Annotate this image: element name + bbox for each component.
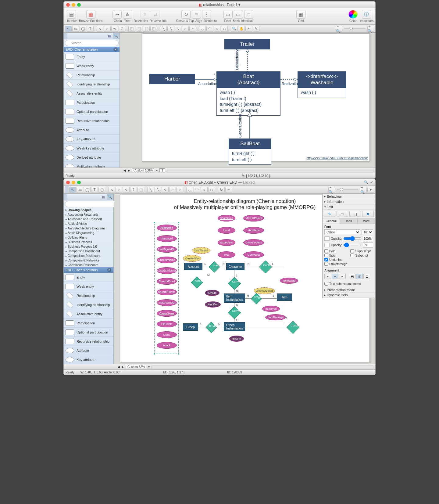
zoom-dropdown-icon[interactable]: ▾ bbox=[148, 365, 150, 369]
library-item[interactable]: Attribute bbox=[64, 346, 113, 355]
bold-checkbox[interactable] bbox=[324, 249, 328, 253]
connector-5[interactable]: ⬚ bbox=[137, 187, 144, 193]
text-style-1[interactable]: ✎ bbox=[324, 211, 335, 217]
connector-2[interactable]: ⌐ bbox=[104, 26, 111, 32]
sidebar-toggle[interactable] bbox=[65, 186, 69, 193]
grid-button[interactable]: ▦ bbox=[296, 10, 305, 19]
rel-contains2[interactable]: Contains bbox=[287, 321, 299, 334]
align-button[interactable]: ≡ bbox=[192, 10, 201, 19]
zoom-dropdown[interactable]: ▾ bbox=[367, 187, 374, 193]
attr-acctname[interactable]: AcctName bbox=[157, 225, 177, 231]
library-section-header-2[interactable]: ERD, Chen's notation ✕ bbox=[64, 267, 113, 273]
browse-solutions-button[interactable]: ▦ bbox=[86, 10, 95, 19]
zoom-in-button[interactable]: ＋🔍 bbox=[360, 187, 367, 193]
distribute-button[interactable]: ⋮ bbox=[202, 10, 211, 19]
hand-tool[interactable]: ✋ bbox=[238, 26, 245, 32]
connector-4[interactable]: ⤴ bbox=[119, 26, 125, 32]
line-2[interactable]: ╲ bbox=[167, 26, 174, 32]
entity-item-instantiation[interactable]: Item Instantiation bbox=[224, 293, 245, 303]
library-search-input-2[interactable] bbox=[65, 201, 119, 207]
zoom-out-button[interactable]: －🔍 bbox=[328, 187, 335, 193]
connector-1[interactable]: ↘ bbox=[108, 187, 115, 193]
arc-4[interactable]: ⬭ bbox=[208, 187, 215, 193]
opacity-swatch-2[interactable] bbox=[324, 243, 330, 247]
canvas-2[interactable]: Entity-relationship diagram (Chen's nota… bbox=[114, 194, 375, 364]
align-center[interactable]: ≡ bbox=[332, 274, 338, 279]
attr-idnum2[interactable]: IDNum bbox=[229, 336, 244, 342]
library-item[interactable]: Multivalue attribute bbox=[64, 162, 120, 167]
uml-class-trailer[interactable]: Trailer bbox=[224, 39, 270, 49]
presentation-mode[interactable]: Presentation Mode bbox=[323, 287, 375, 293]
library-item[interactable]: Participation bbox=[64, 98, 120, 107]
zoom-slider[interactable] bbox=[344, 28, 366, 29]
connector-3[interactable]: ∿ bbox=[123, 187, 130, 193]
attr-idnum[interactable]: IDNum bbox=[205, 290, 220, 296]
library-item[interactable]: Weak entity bbox=[64, 61, 120, 70]
connector-3[interactable]: ∿ bbox=[111, 26, 118, 32]
library-item[interactable]: Optional participation bbox=[64, 107, 120, 116]
page-prev-icon[interactable]: ◀ bbox=[117, 365, 120, 369]
attr-level[interactable]: Level bbox=[218, 227, 235, 234]
library-category[interactable]: Audio & Video bbox=[64, 221, 113, 226]
rel-contains[interactable]: Contains bbox=[259, 261, 272, 273]
opacity-value-1[interactable] bbox=[363, 236, 373, 241]
library-item[interactable]: Entity bbox=[64, 52, 120, 61]
entity-character[interactable]: Character bbox=[226, 263, 244, 270]
uml-class-sailboat[interactable]: SailBoat turnRight ( )turnLeft ( ) bbox=[229, 139, 271, 165]
line-1[interactable]: ╲ bbox=[147, 187, 154, 193]
uml-interface-washable[interactable]: <<interface>>Washable wash ( ) bbox=[298, 71, 346, 98]
connector-2[interactable]: ⌐ bbox=[116, 187, 122, 193]
library-item[interactable]: Relationship bbox=[64, 291, 113, 300]
chain-button[interactable]: ⊶ bbox=[112, 10, 122, 19]
library-category[interactable]: Business Process 2.0 bbox=[64, 244, 113, 249]
zoom-in-button[interactable]: ＋🔍 bbox=[367, 26, 374, 32]
library-item[interactable]: Recursive relationship bbox=[64, 116, 120, 125]
page-next-icon[interactable]: ▶ bbox=[128, 169, 130, 172]
rel-raninto[interactable]: RanInto bbox=[191, 276, 203, 289]
smart-1[interactable]: ⬚ bbox=[128, 26, 135, 32]
arc-1[interactable]: ◡ bbox=[199, 26, 206, 32]
attr-sbscrbrphone[interactable]: SbscrbrPhone bbox=[157, 289, 177, 295]
align-right[interactable]: ≡ bbox=[339, 274, 346, 279]
ellipse-tool[interactable]: ◯ bbox=[80, 26, 86, 32]
library-item[interactable]: Recursive relationship bbox=[64, 337, 113, 346]
opacity-slider-2[interactable] bbox=[343, 242, 362, 248]
attr-sbscrbraddress[interactable]: SbscrbrAddress bbox=[157, 267, 177, 274]
library-item[interactable]: Weak key attribute bbox=[64, 144, 120, 153]
grid-view-icon[interactable]: ▦ bbox=[106, 33, 113, 39]
smart-4[interactable]: ⬚ bbox=[150, 26, 157, 32]
zoom-field-2[interactable]: Custom 62% bbox=[126, 365, 146, 369]
zoom-slider[interactable] bbox=[337, 189, 358, 190]
valign-bot[interactable]: ⬓ bbox=[363, 274, 370, 279]
library-category[interactable]: Aerospace and Transport bbox=[64, 217, 113, 221]
library-item[interactable]: Identifying relationship bbox=[64, 300, 113, 309]
page-next-icon[interactable]: ▶ bbox=[122, 365, 124, 369]
line-3[interactable]: ∿ bbox=[162, 187, 169, 193]
library-category[interactable]: Correlation Dashboard bbox=[64, 263, 113, 267]
library-item[interactable]: Key attribute bbox=[64, 135, 120, 144]
zoom-window-button[interactable] bbox=[77, 181, 81, 184]
delete-link-button[interactable]: ✕ bbox=[140, 10, 149, 19]
rel-has[interactable]: Has bbox=[209, 261, 220, 273]
subscript-checkbox[interactable] bbox=[350, 254, 354, 257]
library-category[interactable]: Computers & Networks bbox=[64, 258, 113, 263]
library-item[interactable]: Optional participation bbox=[64, 328, 113, 337]
opacity-swatch-1[interactable] bbox=[324, 236, 330, 241]
library-item[interactable]: Attribute bbox=[64, 125, 120, 135]
smart-3[interactable]: ⬚ bbox=[143, 26, 150, 32]
titlebar[interactable]: ◧ relationships - Page1 ▾ bbox=[64, 2, 375, 8]
library-category[interactable]: Accounting Flowcharts bbox=[64, 212, 113, 217]
titlebar-2[interactable]: ◧ Chen ERD.cdd – Chen's ERD — Locked 🔍 ⤢ bbox=[64, 179, 375, 186]
tree-button[interactable]: ⋔ bbox=[123, 10, 132, 19]
source-link[interactable]: http://sce2.umkc.edu/BIT/burrise/pl/mode… bbox=[306, 157, 368, 160]
smart-2[interactable]: ⬚ bbox=[136, 26, 142, 32]
text-style-4[interactable]: A bbox=[362, 211, 374, 217]
text-style-3[interactable]: ▢ bbox=[349, 211, 361, 217]
superscript-checkbox[interactable] bbox=[350, 249, 354, 253]
line-3[interactable]: ∿ bbox=[175, 26, 181, 32]
zoom-out-button[interactable]: －🔍 bbox=[336, 26, 342, 32]
pointer-tool[interactable]: ↖ bbox=[65, 26, 72, 32]
uml-class-harbor[interactable]: Harbor bbox=[149, 74, 195, 84]
back-button[interactable]: ▭ bbox=[234, 10, 243, 19]
attr-modifier[interactable]: Modifier bbox=[205, 301, 221, 308]
